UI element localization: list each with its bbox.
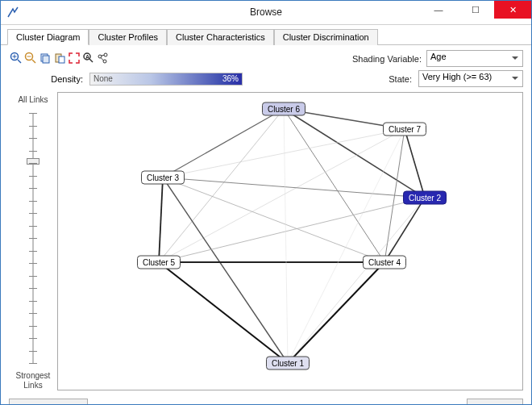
copy-icon[interactable] [38,51,52,65]
copy-to-excel-button[interactable]: Copy to Excel [9,399,88,405]
node-c2[interactable]: Cluster 2 [403,191,447,205]
density-value: 36% [222,74,239,83]
tab-cluster-diagram[interactable]: Cluster Diagram [7,29,89,45]
title-bar: Browse ― ☐ ✕ [1,1,531,25]
edge-c2-c1 [288,198,425,363]
edge-c7-c3 [163,129,405,177]
edge-c2-c4 [384,198,425,262]
slider-top-label: All Links [18,95,48,105]
shading-variable-select[interactable]: Age [426,50,523,67]
zoom-in-icon[interactable] [9,51,23,65]
state-select[interactable]: Very High (>= 63) [418,70,523,87]
svg-line-5 [32,60,35,63]
minimize-button[interactable]: ― [420,1,457,19]
tab-bar: Cluster DiagramCluster ProfilesCluster C… [1,25,531,45]
edge-c3-c2 [163,177,425,198]
edge-c3-c1 [163,177,288,363]
link-strength-slider[interactable] [25,113,41,363]
node-c3[interactable]: Cluster 3 [141,171,185,185]
paste-icon[interactable] [52,51,67,65]
svg-point-15 [104,53,107,56]
node-c4[interactable]: Cluster 4 [363,256,406,269]
tab-cluster-profiles[interactable]: Cluster Profiles [89,29,167,45]
close-button[interactable]: Close [467,399,523,405]
edges-layer [58,93,522,390]
svg-line-1 [18,60,21,63]
shading-variable-value: Age [430,52,447,61]
svg-rect-8 [43,56,49,63]
edge-c3-c4 [163,177,384,262]
tab-cluster-discrimination[interactable]: Cluster Discrimination [274,29,378,45]
density-row: Density: None 36% State: Very High (>= 6… [1,69,531,92]
tab-cluster-characteristics[interactable]: Cluster Characteristics [167,29,274,45]
node-c1[interactable]: Cluster 1 [266,357,310,370]
state-label: State: [389,74,412,84]
maximize-button[interactable]: ☐ [457,1,494,19]
footer: Copy to Excel Close [1,390,531,405]
close-window-button[interactable]: ✕ [494,1,531,19]
node-c7[interactable]: Cluster 7 [383,123,426,136]
edge-c5-c1 [159,262,288,363]
density-none: None [94,74,113,83]
edge-c6-c3 [163,109,284,177]
svg-line-12 [89,59,93,62]
fit-icon[interactable] [67,51,81,65]
edge-c4-c1 [288,262,384,363]
node-c6[interactable]: Cluster 6 [262,102,305,116]
layout-icon[interactable] [96,51,110,65]
svg-rect-10 [59,56,64,63]
svg-line-17 [102,55,105,56]
density-label: Density: [9,74,83,84]
svg-text:A: A [85,54,89,60]
toolbar: A Shading Variable: Age [1,45,531,69]
main-area: All Links StrongestLinks Cluster 6Cluste… [1,92,531,390]
slider-bottom-label: StrongestLinks [16,371,51,390]
find-icon[interactable]: A [81,51,96,65]
edge-c6-c4 [284,109,384,262]
density-gradient: None 36% [89,73,243,86]
app-icon [7,6,20,19]
state-value: Very High (>= 63) [422,72,492,81]
svg-line-18 [101,57,104,61]
edge-c3-c5 [159,177,163,262]
edge-c7-c5 [159,129,405,262]
shading-variable-label: Shading Variable: [352,54,422,64]
zoom-out-icon[interactable] [23,51,38,65]
edge-c6-c1 [284,109,288,363]
cluster-diagram-canvas[interactable]: Cluster 6Cluster 7Cluster 3Cluster 2Clus… [57,92,523,390]
link-strength-slider-col: All Links StrongestLinks [9,92,57,390]
node-c5[interactable]: Cluster 5 [137,256,181,269]
